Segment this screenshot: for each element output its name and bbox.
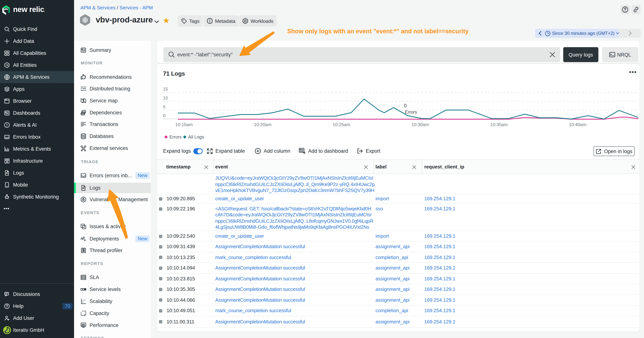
svg-text:10:20am: 10:20am bbox=[254, 122, 271, 127]
svg-text:5: 5 bbox=[163, 104, 166, 109]
svg-text:10:30am: 10:30am bbox=[412, 122, 429, 127]
svg-text:10:15am: 10:15am bbox=[175, 122, 192, 127]
svg-text:10:40am: 10:40am bbox=[569, 122, 586, 127]
svg-text:15: 15 bbox=[163, 87, 168, 92]
svg-text:0: 0 bbox=[163, 113, 166, 118]
svg-text:10: 10 bbox=[163, 96, 168, 101]
svg-text:Errors: Errors bbox=[405, 110, 417, 115]
svg-text:0: 0 bbox=[404, 103, 407, 109]
svg-text:10:35am: 10:35am bbox=[490, 122, 508, 127]
svg-text:10:25am: 10:25am bbox=[333, 122, 350, 127]
svg-text:All Logs: All Logs bbox=[188, 134, 204, 139]
svg-text:Errors: Errors bbox=[170, 134, 182, 139]
